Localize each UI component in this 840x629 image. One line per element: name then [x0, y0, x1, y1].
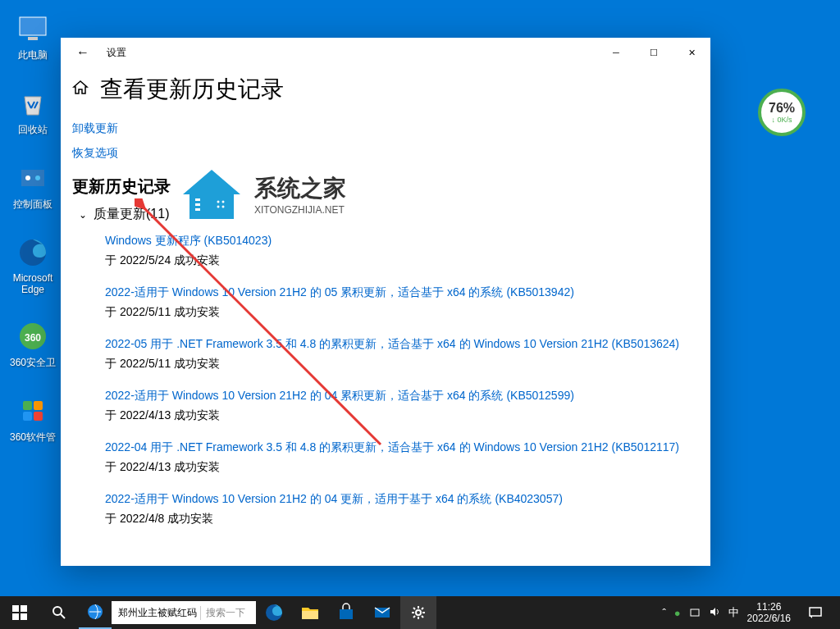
- update-date: 于 2022/5/11 成功安装: [105, 305, 687, 320]
- update-list: Windows 更新程序 (KB5014023) 于 2022/5/24 成功安…: [72, 233, 687, 526]
- svg-rect-12: [195, 198, 200, 201]
- update-item: 2022-04 用于 .NET Framework 3.5 和 4.8 的累积更…: [105, 440, 687, 475]
- taskbar-mail[interactable]: [364, 596, 400, 629]
- svg-text:360: 360: [25, 332, 41, 344]
- recovery-options-link[interactable]: 恢复选项: [72, 146, 687, 161]
- svg-rect-22: [12, 613, 19, 620]
- ime-indicator[interactable]: 中: [728, 605, 739, 620]
- update-date: 于 2022/5/24 成功安装: [105, 253, 687, 268]
- watermark-title: 系统之家: [254, 173, 346, 204]
- recycle-bin-icon: [16, 87, 49, 120]
- quality-updates-expander[interactable]: ⌄ 质量更新(11): [79, 206, 687, 223]
- taskbar-settings[interactable]: [400, 596, 436, 629]
- svg-rect-29: [340, 609, 353, 619]
- svg-point-31: [416, 610, 421, 615]
- update-item: 2022-适用于 Windows 10 Version 21H2 的 04 更新…: [105, 491, 687, 526]
- news-widget[interactable]: 郑州业主被赋红码 搜索一下: [112, 601, 256, 624]
- svg-rect-23: [21, 613, 27, 620]
- svg-point-24: [53, 607, 62, 615]
- system-tray: ˆ ● 中 11:26 2022/6/16: [654, 601, 840, 625]
- update-link[interactable]: 2022-04 用于 .NET Framework 3.5 和 4.8 的累积更…: [105, 440, 679, 454]
- svg-line-25: [61, 614, 65, 618]
- desktop-icon-control-panel[interactable]: 控制面板: [4, 157, 62, 216]
- window-title: 设置: [107, 46, 126, 60]
- update-date: 于 2022/4/13 成功安装: [105, 408, 687, 423]
- svg-rect-0: [20, 17, 46, 35]
- search-button[interactable]: [39, 596, 79, 629]
- content-area: 查看更新历史记录 系统之家 XITONGZHIJIA.NET 卸载更新 恢复选项…: [61, 67, 710, 566]
- taskbar-ie[interactable]: [79, 596, 112, 629]
- update-item: 2022-05 用于 .NET Framework 3.5 和 4.8 的累积更…: [105, 336, 687, 371]
- page-header: 查看更新历史记录: [72, 74, 687, 105]
- desktop-icon-360-software[interactable]: 360软件管: [4, 390, 62, 449]
- chevron-down-icon: ⌄: [79, 209, 87, 221]
- desktop-icons: 此电脑 回收站 控制面板 Microsoft Edge 360 360安全卫 3…: [4, 8, 62, 465]
- update-link[interactable]: 2022-适用于 Windows 10 Version 21H2 的 05 累积…: [105, 285, 574, 299]
- tray-volume-icon[interactable]: [709, 606, 720, 620]
- page-title: 查看更新历史记录: [100, 74, 284, 105]
- 360-icon: 360: [16, 320, 49, 353]
- news-headline: 郑州业主被赋红码: [118, 606, 197, 620]
- update-date: 于 2022/4/13 成功安装: [105, 460, 687, 475]
- desktop-icon-recycle-bin[interactable]: 回收站: [4, 83, 62, 141]
- svg-rect-21: [21, 605, 27, 612]
- watermark-url: XITONGZHIJIA.NET: [254, 204, 346, 216]
- update-date: 于 2022/5/11 成功安装: [105, 357, 687, 371]
- svg-rect-10: [23, 412, 32, 421]
- uninstall-updates-link[interactable]: 卸载更新: [72, 121, 687, 136]
- svg-rect-11: [34, 412, 43, 421]
- taskbar-edge[interactable]: [256, 596, 292, 629]
- taskbar-store[interactable]: [328, 596, 364, 629]
- svg-rect-1: [28, 37, 38, 40]
- update-date: 于 2022/4/8 成功安装: [105, 512, 687, 526]
- svg-point-18: [222, 206, 225, 208]
- svg-rect-13: [195, 203, 200, 206]
- desktop-icon-edge[interactable]: Microsoft Edge: [4, 232, 62, 299]
- svg-rect-32: [691, 609, 699, 616]
- tray-network-icon[interactable]: [689, 606, 701, 620]
- pc-icon: [16, 12, 49, 45]
- network-speed-meter[interactable]: 76% ↓ 0K/s: [758, 89, 806, 136]
- maximize-button[interactable]: ☐: [635, 38, 673, 67]
- software-manager-icon: [16, 394, 49, 427]
- svg-point-3: [25, 175, 30, 180]
- update-link[interactable]: 2022-适用于 Windows 10 Version 21H2 的 04 更新…: [105, 492, 563, 505]
- svg-rect-14: [195, 208, 200, 211]
- svg-point-16: [222, 201, 225, 203]
- titlebar: ← 设置 ─ ☐ ✕: [61, 38, 710, 67]
- tray-chevron-icon[interactable]: ˆ: [662, 607, 665, 619]
- back-button[interactable]: ←: [67, 38, 98, 67]
- svg-rect-33: [810, 608, 821, 616]
- minimize-button[interactable]: ─: [597, 38, 635, 67]
- watermark-logo: 系统之家 XITONGZHIJIA.NET: [179, 166, 346, 223]
- svg-rect-9: [34, 401, 43, 410]
- svg-point-17: [217, 206, 220, 208]
- clock-date: 2022/6/16: [747, 613, 791, 624]
- close-button[interactable]: ✕: [673, 38, 710, 67]
- clock[interactable]: 11:26 2022/6/16: [747, 601, 791, 625]
- control-panel-icon: [16, 162, 49, 194]
- meter-speed: ↓ 0K/s: [771, 116, 792, 124]
- meter-percentage: 76%: [769, 101, 795, 116]
- update-link[interactable]: Windows 更新程序 (KB5014023): [105, 234, 272, 247]
- svg-rect-8: [23, 401, 32, 410]
- taskbar-explorer[interactable]: [292, 596, 328, 629]
- home-icon[interactable]: [72, 80, 89, 100]
- section-title: 更新历史记录: [72, 175, 687, 198]
- svg-rect-2: [21, 170, 44, 186]
- svg-rect-20: [12, 605, 19, 612]
- update-item: Windows 更新程序 (KB5014023) 于 2022/5/24 成功安…: [105, 233, 687, 268]
- update-item: 2022-适用于 Windows 10 Version 21H2 的 04 累积…: [105, 388, 687, 423]
- desktop-icon-360-security[interactable]: 360 360安全卫: [4, 316, 62, 374]
- start-button[interactable]: [0, 596, 39, 629]
- desktop-icon-this-pc[interactable]: 此电脑: [4, 8, 62, 66]
- clock-time: 11:26: [747, 601, 791, 613]
- update-link[interactable]: 2022-05 用于 .NET Framework 3.5 和 4.8 的累积更…: [105, 337, 679, 350]
- tray-360-icon[interactable]: ●: [674, 607, 681, 619]
- action-center-button[interactable]: [799, 605, 832, 620]
- edge-icon: [16, 236, 49, 269]
- update-link[interactable]: 2022-适用于 Windows 10 Version 21H2 的 04 累积…: [105, 389, 574, 402]
- house-logo-icon: [179, 166, 244, 223]
- update-item: 2022-适用于 Windows 10 Version 21H2 的 05 累积…: [105, 285, 687, 320]
- settings-window: ← 设置 ─ ☐ ✕ 查看更新历史记录 系统之家 XITONGZHIJIA.NE…: [61, 38, 710, 566]
